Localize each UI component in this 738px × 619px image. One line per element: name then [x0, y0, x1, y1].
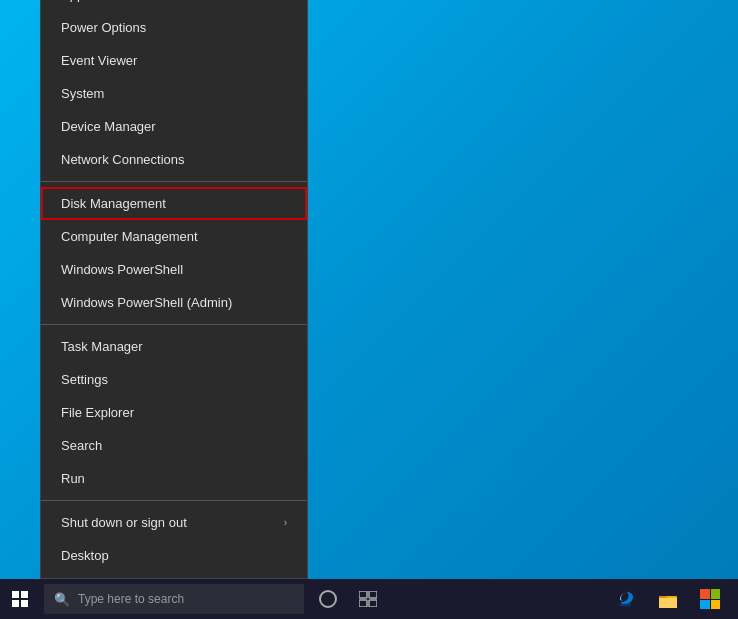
edge-icon — [616, 589, 636, 609]
menu-item-system[interactable]: System — [41, 77, 307, 110]
menu-item-network-connections[interactable]: Network Connections — [41, 143, 307, 176]
menu-item-label-disk-management: Disk Management — [61, 196, 166, 211]
menu-item-label-shut-down-sign-out: Shut down or sign out — [61, 515, 187, 530]
menu-item-label-apps-features: Apps and Features — [61, 0, 171, 2]
menu-item-settings[interactable]: Settings — [41, 363, 307, 396]
svg-point-4 — [620, 603, 632, 607]
context-menu: Apps and FeaturesPower OptionsEvent View… — [40, 0, 308, 579]
menu-item-label-network-connections: Network Connections — [61, 152, 185, 167]
file-explorer-icon — [658, 589, 678, 609]
microsoft-store-icon — [700, 589, 720, 609]
menu-item-event-viewer[interactable]: Event Viewer — [41, 44, 307, 77]
file-explorer-button[interactable] — [648, 579, 688, 619]
menu-item-computer-management[interactable]: Computer Management — [41, 220, 307, 253]
menu-item-label-device-manager: Device Manager — [61, 119, 156, 134]
menu-item-label-power-options: Power Options — [61, 20, 146, 35]
menu-item-label-system: System — [61, 86, 104, 101]
menu-item-search[interactable]: Search — [41, 429, 307, 462]
menu-item-label-desktop: Desktop — [61, 548, 109, 563]
menu-item-task-manager[interactable]: Task Manager — [41, 330, 307, 363]
menu-divider — [41, 181, 307, 182]
menu-item-desktop[interactable]: Desktop — [41, 539, 307, 572]
chevron-right-icon: › — [284, 517, 287, 528]
menu-item-disk-management[interactable]: Disk Management — [41, 187, 307, 220]
task-view-button[interactable] — [348, 579, 388, 619]
edge-button[interactable] — [606, 579, 646, 619]
menu-item-label-run: Run — [61, 471, 85, 486]
svg-rect-2 — [359, 600, 367, 607]
menu-item-windows-powershell[interactable]: Windows PowerShell — [41, 253, 307, 286]
menu-item-label-windows-powershell-admin: Windows PowerShell (Admin) — [61, 295, 232, 310]
menu-item-device-manager[interactable]: Device Manager — [41, 110, 307, 143]
taskbar-pinned-icons — [606, 579, 738, 619]
menu-item-label-file-explorer: File Explorer — [61, 405, 134, 420]
menu-item-label-search: Search — [61, 438, 102, 453]
microsoft-store-button[interactable] — [690, 579, 730, 619]
menu-item-power-options[interactable]: Power Options — [41, 11, 307, 44]
menu-item-run[interactable]: Run — [41, 462, 307, 495]
windows-logo-icon — [12, 591, 28, 607]
menu-item-file-explorer[interactable]: File Explorer — [41, 396, 307, 429]
menu-item-label-windows-powershell: Windows PowerShell — [61, 262, 183, 277]
cortana-button[interactable] — [308, 579, 348, 619]
svg-rect-6 — [659, 598, 677, 608]
menu-item-label-settings: Settings — [61, 372, 108, 387]
search-icon: 🔍 — [54, 592, 70, 607]
menu-divider — [41, 324, 307, 325]
cortana-icon — [319, 590, 337, 608]
menu-item-label-computer-management: Computer Management — [61, 229, 198, 244]
svg-rect-3 — [369, 600, 377, 607]
menu-item-label-task-manager: Task Manager — [61, 339, 143, 354]
menu-item-apps-features[interactable]: Apps and Features — [41, 0, 307, 11]
start-button[interactable] — [0, 579, 40, 619]
menu-item-label-event-viewer: Event Viewer — [61, 53, 137, 68]
menu-divider — [41, 500, 307, 501]
taskbar: 🔍 — [0, 579, 738, 619]
svg-rect-1 — [369, 591, 377, 598]
menu-item-shut-down-sign-out[interactable]: Shut down or sign out› — [41, 506, 307, 539]
menu-item-windows-powershell-admin[interactable]: Windows PowerShell (Admin) — [41, 286, 307, 319]
taskbar-search-box[interactable]: 🔍 — [44, 584, 304, 614]
search-input[interactable] — [78, 592, 294, 606]
task-view-icon — [359, 591, 377, 607]
svg-rect-0 — [359, 591, 367, 598]
